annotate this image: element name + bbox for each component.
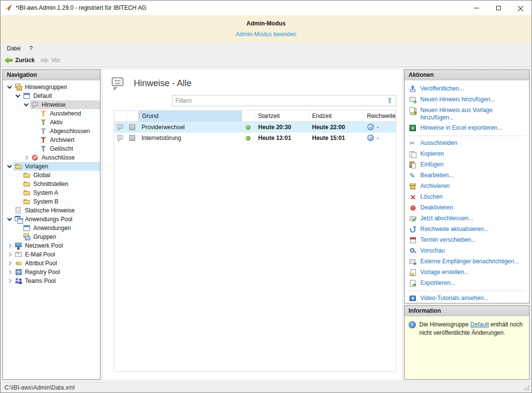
tree-item-geloescht[interactable]: Gelöscht (3, 144, 100, 153)
tree-item-teams-pool[interactable]: Teams Pool (3, 277, 100, 285)
column-header-check (127, 111, 139, 121)
static-notes-icon (15, 207, 23, 214)
action-einfuegen[interactable]: Einfügen (407, 160, 527, 170)
tree-item-ausschluesse[interactable]: Ausschlüsse (3, 153, 100, 162)
row-icon-cell (114, 122, 127, 133)
chevron-right-icon[interactable] (6, 277, 13, 285)
action-item-label: Ausschneiden (420, 139, 457, 147)
minimize-button[interactable] (465, 0, 487, 15)
action-video-tutorials-ansehen[interactable]: Video-Tutorials ansehen... (407, 293, 527, 303)
tree-item-aktiv[interactable]: Aktiv (3, 118, 100, 127)
tree-item-e-mail-pool[interactable]: E-Mail Pool (3, 250, 100, 259)
action-externe-empfaenger-benachrichtigen[interactable]: Externe Empfänger benachrichtigen... (407, 256, 527, 267)
tree-item-content: Aktiv (38, 118, 100, 127)
tree-item-gruppen[interactable]: Gruppen (3, 232, 100, 241)
filter-funnel-icon[interactable] (386, 97, 394, 105)
action-item-label: Reichweite aktualisieren... (420, 226, 488, 233)
tree-item-ausstehend[interactable]: Ausstehend (3, 109, 100, 118)
chevron-down-icon[interactable] (6, 215, 13, 223)
tree-item-label: Attribut Pool (25, 260, 57, 267)
action-jetzt-abschliessen[interactable]: Jetzt abschliessen... (407, 213, 527, 224)
column-header-startzeit[interactable]: Startzeit (255, 111, 309, 121)
column-header-reichweite[interactable]: Reichweite (364, 111, 396, 121)
filter-pending-icon (40, 110, 48, 117)
action-vorlage-erstellen[interactable]: Vorlage erstellen... (407, 267, 527, 278)
tree-item-archiviert[interactable]: Archiviert (3, 136, 100, 144)
cell-status (242, 122, 255, 133)
hinweise-table: Grund Startzeit Endzeit Reichweite Provi… (114, 110, 396, 372)
close-button[interactable] (509, 0, 532, 15)
chevron-down-icon[interactable] (6, 162, 13, 170)
action-hinweise-in-excel-exportieren[interactable]: Hinweise in Excel exportieren... (407, 123, 527, 134)
tree-item-label: Hinweise (42, 101, 66, 108)
action-bearbeiten[interactable]: Bearbeiten... (407, 170, 527, 181)
action-veroeffentlichen[interactable]: Veröffentlichen... (407, 84, 527, 94)
filter-input[interactable] (175, 97, 386, 104)
menu-item-datei[interactable]: Datei (2, 44, 25, 53)
action-vorschau[interactable]: Vorschau (407, 246, 527, 256)
tree-item-label: Schnittstellen (33, 181, 68, 187)
tree-item-hinweise[interactable]: Hinweise (3, 100, 100, 109)
tree-item-anwendungen[interactable]: Anwendungen (3, 224, 100, 232)
table-row[interactable]: InternetstörungHeute 13:01Heute 15:01- (114, 133, 396, 143)
action-deaktivieren[interactable]: Deaktivieren (407, 203, 527, 213)
tree-item-global[interactable]: Global (3, 171, 100, 180)
back-button[interactable]: Zurück (4, 57, 35, 64)
chevron-down-icon[interactable] (23, 101, 30, 109)
excel-icon (409, 124, 417, 132)
tree-item-vorlagen[interactable]: Vorlagen (3, 162, 100, 171)
archive-icon (409, 183, 417, 190)
chevron-right-icon[interactable] (23, 154, 30, 162)
action-loeschen[interactable]: Löschen (407, 192, 527, 203)
tree-item-system-b[interactable]: System B (3, 197, 100, 206)
tree-item-registry-pool[interactable]: Registry Pool (3, 268, 100, 277)
maximize-button[interactable] (487, 0, 509, 15)
menubar: Datei ? (0, 43, 532, 54)
chevron-right-icon[interactable] (6, 251, 13, 258)
filter-box (172, 95, 396, 106)
action-item-label: Kopieren (420, 150, 444, 158)
default-group-link[interactable]: Default (470, 321, 489, 328)
tree-item-schnittstellen[interactable]: Schnittstellen (3, 180, 100, 188)
app-pool-icon (15, 215, 23, 223)
chevron-down-icon[interactable] (6, 83, 13, 91)
column-header-grund[interactable]: Grund (139, 111, 242, 121)
speech-bubble-icon (111, 75, 126, 91)
menu-item-help[interactable]: ? (25, 44, 37, 53)
checkbox-icon[interactable] (129, 123, 137, 131)
forward-button[interactable]: Vor (41, 57, 60, 64)
reichweite-globe-icon (367, 134, 374, 142)
create-template-icon (409, 269, 417, 277)
action-neuen-hinweis-aus-vorlage-hinzufuegen[interactable]: Neuen Hinweis aus Vorlage hinzufügen... (407, 105, 527, 123)
action-termin-verschieben[interactable]: Termin verschieben... (407, 235, 527, 246)
action-exportieren[interactable]: Exportieren... (407, 278, 527, 289)
action-reichweite-aktualisieren[interactable]: Reichweite aktualisieren... (407, 224, 527, 235)
tree-item-statische-hinweise[interactable]: Statische Hinweise (3, 206, 100, 215)
chevron-right-icon[interactable] (6, 268, 13, 276)
forward-arrow-icon (41, 57, 49, 64)
tree-item-hinweisgruppen[interactable]: Hinweisgruppen (3, 83, 100, 92)
cell-reichweite: - (364, 133, 396, 143)
expander-spacer (31, 118, 38, 126)
tree-item-default[interactable]: Default (3, 92, 100, 100)
tree-item-anwendungs-pool[interactable]: Anwendungs Pool (3, 215, 100, 224)
resize-grip-icon[interactable] (524, 385, 530, 391)
filter-active-icon (40, 118, 48, 126)
tree-item-abgeschlossen[interactable]: Abgeschlossen (3, 127, 100, 136)
tree-item-netzwerk-pool[interactable]: Netzwerk Pool (3, 241, 100, 250)
chevron-right-icon[interactable] (6, 242, 13, 250)
tree-item-content: Ausstehend (38, 109, 100, 118)
checkbox-icon[interactable] (129, 134, 137, 142)
column-header-endzeit[interactable]: Endzeit (309, 111, 364, 121)
chevron-down-icon[interactable] (14, 92, 22, 100)
action-neuen-hinweis-hinzufuegen[interactable]: Neuen Hinweis hinzufügen... (407, 94, 527, 105)
navigation-tree: HinweisgruppenDefaultHinweiseAusstehendA… (3, 80, 100, 379)
tree-item-attribut-pool[interactable]: Attribut Pool (3, 259, 100, 268)
admin-mode-exit-link[interactable]: Admin-Modus beenden (236, 31, 296, 38)
action-ausschneiden[interactable]: Ausschneiden (407, 138, 527, 149)
table-row[interactable]: ProviderwechselHeute 20:30Heute 22:00- (114, 122, 396, 133)
tree-item-system-a[interactable]: System A (3, 188, 100, 197)
action-kopieren[interactable]: Kopieren (407, 149, 527, 160)
chevron-right-icon[interactable] (6, 259, 13, 267)
action-archivieren[interactable]: Archivieren (407, 181, 527, 192)
